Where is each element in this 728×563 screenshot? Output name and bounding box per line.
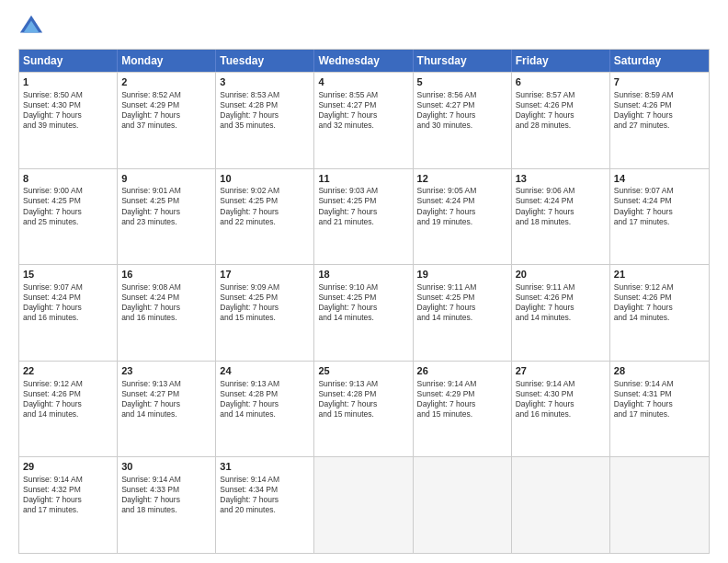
cell-info: Sunrise: 9:12 AMSunset: 4:26 PMDaylight:…	[23, 379, 113, 419]
day-number: 20	[516, 268, 606, 282]
day-number: 25	[318, 364, 408, 378]
header-day-wednesday: Wednesday	[314, 50, 413, 72]
day-number: 13	[516, 172, 606, 186]
calendar-cell-18: 18Sunrise: 9:10 AMSunset: 4:25 PMDayligh…	[314, 265, 413, 361]
cell-info: Sunrise: 9:02 AMSunset: 4:25 PMDaylight:…	[220, 186, 310, 226]
day-number: 29	[23, 460, 113, 474]
day-number: 15	[23, 268, 113, 282]
day-number: 23	[121, 364, 211, 378]
day-number: 7	[614, 75, 705, 89]
calendar-header: SundayMondayTuesdayWednesdayThursdayFrid…	[19, 50, 709, 72]
header	[18, 14, 710, 40]
cell-info: Sunrise: 8:59 AMSunset: 4:26 PMDaylight:…	[614, 90, 705, 131]
calendar-cell-27: 27Sunrise: 9:14 AMSunset: 4:30 PMDayligh…	[512, 362, 610, 457]
calendar-cell-19: 19Sunrise: 9:11 AMSunset: 4:25 PMDayligh…	[414, 265, 512, 361]
day-number: 2	[121, 75, 211, 89]
calendar-cell-5: 5Sunrise: 8:56 AMSunset: 4:27 PMDaylight…	[414, 73, 512, 168]
cell-info: Sunrise: 9:05 AMSunset: 4:24 PMDaylight:…	[417, 186, 507, 226]
calendar-row-5: 29Sunrise: 9:14 AMSunset: 4:32 PMDayligh…	[19, 456, 709, 553]
calendar-cell-22: 22Sunrise: 9:12 AMSunset: 4:26 PMDayligh…	[19, 362, 118, 457]
day-number: 10	[220, 172, 310, 186]
calendar-cell-28: 28Sunrise: 9:14 AMSunset: 4:31 PMDayligh…	[610, 362, 709, 457]
cell-info: Sunrise: 9:13 AMSunset: 4:28 PMDaylight:…	[318, 379, 408, 419]
calendar-cell-2: 2Sunrise: 8:52 AMSunset: 4:29 PMDaylight…	[118, 73, 216, 168]
logo	[18, 14, 48, 40]
cell-info: Sunrise: 9:01 AMSunset: 4:25 PMDaylight:…	[121, 186, 211, 226]
calendar-cell-6: 6Sunrise: 8:57 AMSunset: 4:26 PMDaylight…	[512, 73, 610, 168]
calendar-cell-empty	[610, 457, 709, 553]
calendar-cell-17: 17Sunrise: 9:09 AMSunset: 4:25 PMDayligh…	[216, 265, 314, 361]
calendar-cell-16: 16Sunrise: 9:08 AMSunset: 4:24 PMDayligh…	[118, 265, 216, 361]
day-number: 28	[614, 364, 705, 378]
calendar-cell-8: 8Sunrise: 9:00 AMSunset: 4:25 PMDaylight…	[19, 169, 118, 265]
calendar-cell-13: 13Sunrise: 9:06 AMSunset: 4:24 PMDayligh…	[512, 169, 610, 265]
day-number: 22	[23, 364, 113, 378]
day-number: 27	[516, 364, 606, 378]
cell-info: Sunrise: 9:14 AMSunset: 4:30 PMDaylight:…	[516, 379, 606, 419]
day-number: 31	[220, 460, 310, 474]
logo-icon	[18, 14, 44, 40]
day-number: 16	[121, 268, 211, 282]
cell-info: Sunrise: 8:50 AMSunset: 4:30 PMDaylight:…	[23, 90, 113, 131]
cell-info: Sunrise: 9:07 AMSunset: 4:24 PMDaylight:…	[614, 186, 705, 226]
day-number: 30	[121, 460, 211, 474]
cell-info: Sunrise: 9:06 AMSunset: 4:24 PMDaylight:…	[516, 186, 606, 226]
header-day-sunday: Sunday	[19, 50, 118, 72]
cell-info: Sunrise: 9:13 AMSunset: 4:28 PMDaylight:…	[220, 379, 310, 419]
calendar-cell-21: 21Sunrise: 9:12 AMSunset: 4:26 PMDayligh…	[610, 265, 709, 361]
cell-info: Sunrise: 9:12 AMSunset: 4:26 PMDaylight:…	[614, 282, 705, 323]
cell-info: Sunrise: 9:14 AMSunset: 4:33 PMDaylight:…	[121, 475, 211, 515]
day-number: 17	[220, 268, 310, 282]
cell-info: Sunrise: 9:14 AMSunset: 4:29 PMDaylight:…	[417, 379, 507, 419]
day-number: 26	[417, 364, 507, 378]
header-day-monday: Monday	[118, 50, 216, 72]
calendar-row-2: 8Sunrise: 9:00 AMSunset: 4:25 PMDaylight…	[19, 168, 709, 265]
cell-info: Sunrise: 9:13 AMSunset: 4:27 PMDaylight:…	[121, 379, 211, 419]
day-number: 3	[220, 75, 310, 89]
cell-info: Sunrise: 9:07 AMSunset: 4:24 PMDaylight:…	[23, 282, 113, 323]
cell-info: Sunrise: 8:55 AMSunset: 4:27 PMDaylight:…	[318, 90, 408, 131]
calendar-cell-15: 15Sunrise: 9:07 AMSunset: 4:24 PMDayligh…	[19, 265, 118, 361]
header-day-friday: Friday	[512, 50, 610, 72]
calendar-cell-31: 31Sunrise: 9:14 AMSunset: 4:34 PMDayligh…	[216, 457, 314, 553]
calendar-cell-25: 25Sunrise: 9:13 AMSunset: 4:28 PMDayligh…	[314, 362, 413, 457]
calendar-cell-24: 24Sunrise: 9:13 AMSunset: 4:28 PMDayligh…	[216, 362, 314, 457]
calendar-row-3: 15Sunrise: 9:07 AMSunset: 4:24 PMDayligh…	[19, 264, 709, 361]
cell-info: Sunrise: 9:14 AMSunset: 4:31 PMDaylight:…	[614, 379, 705, 419]
day-number: 19	[417, 268, 507, 282]
cell-info: Sunrise: 9:03 AMSunset: 4:25 PMDaylight:…	[318, 186, 408, 226]
cell-info: Sunrise: 9:11 AMSunset: 4:25 PMDaylight:…	[417, 282, 507, 323]
day-number: 1	[23, 75, 113, 89]
calendar-cell-empty	[314, 457, 413, 553]
calendar-cell-10: 10Sunrise: 9:02 AMSunset: 4:25 PMDayligh…	[216, 169, 314, 265]
day-number: 12	[417, 172, 507, 186]
calendar: SundayMondayTuesdayWednesdayThursdayFrid…	[18, 49, 710, 554]
calendar-row-4: 22Sunrise: 9:12 AMSunset: 4:26 PMDayligh…	[19, 361, 709, 457]
calendar-cell-4: 4Sunrise: 8:55 AMSunset: 4:27 PMDaylight…	[314, 73, 413, 168]
calendar-cell-empty	[414, 457, 512, 553]
cell-info: Sunrise: 9:08 AMSunset: 4:24 PMDaylight:…	[121, 282, 211, 323]
header-day-thursday: Thursday	[414, 50, 512, 72]
day-number: 8	[23, 172, 113, 186]
page: SundayMondayTuesdayWednesdayThursdayFrid…	[0, 0, 728, 563]
calendar-cell-20: 20Sunrise: 9:11 AMSunset: 4:26 PMDayligh…	[512, 265, 610, 361]
day-number: 9	[121, 172, 211, 186]
cell-info: Sunrise: 8:53 AMSunset: 4:28 PMDaylight:…	[220, 90, 310, 131]
calendar-body: 1Sunrise: 8:50 AMSunset: 4:30 PMDaylight…	[19, 72, 709, 553]
calendar-cell-29: 29Sunrise: 9:14 AMSunset: 4:32 PMDayligh…	[19, 457, 118, 553]
cell-info: Sunrise: 9:09 AMSunset: 4:25 PMDaylight:…	[220, 282, 310, 323]
cell-info: Sunrise: 9:11 AMSunset: 4:26 PMDaylight:…	[516, 282, 606, 323]
calendar-cell-30: 30Sunrise: 9:14 AMSunset: 4:33 PMDayligh…	[118, 457, 216, 553]
calendar-cell-26: 26Sunrise: 9:14 AMSunset: 4:29 PMDayligh…	[414, 362, 512, 457]
day-number: 18	[318, 268, 408, 282]
cell-info: Sunrise: 9:14 AMSunset: 4:34 PMDaylight:…	[220, 475, 310, 515]
day-number: 6	[516, 75, 606, 89]
day-number: 5	[417, 75, 507, 89]
cell-info: Sunrise: 8:56 AMSunset: 4:27 PMDaylight:…	[417, 90, 507, 131]
day-number: 14	[614, 172, 705, 186]
calendar-cell-14: 14Sunrise: 9:07 AMSunset: 4:24 PMDayligh…	[610, 169, 709, 265]
calendar-cell-empty	[512, 457, 610, 553]
cell-info: Sunrise: 8:52 AMSunset: 4:29 PMDaylight:…	[121, 90, 211, 131]
header-day-saturday: Saturday	[610, 50, 709, 72]
cell-info: Sunrise: 9:14 AMSunset: 4:32 PMDaylight:…	[23, 475, 113, 515]
